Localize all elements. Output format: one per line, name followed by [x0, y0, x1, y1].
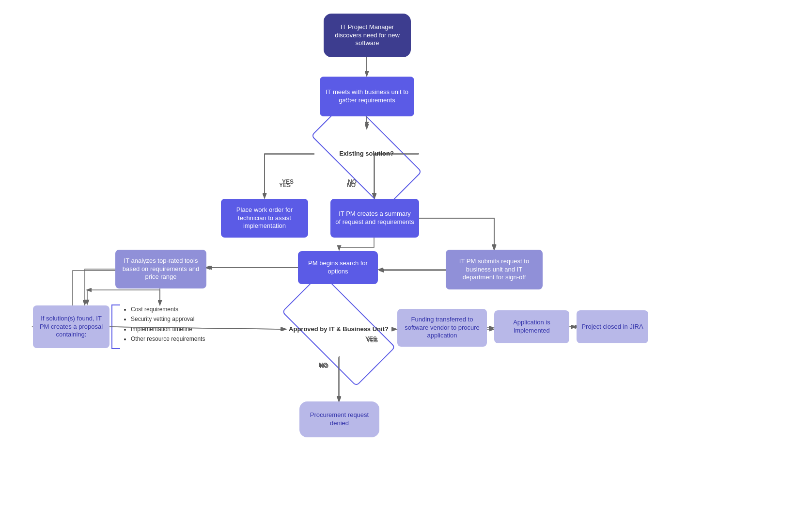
node-start: IT Project Manager discovers need for ne… — [324, 14, 411, 57]
node-funding: Funding transferred to software vendor t… — [397, 309, 487, 347]
node-work-order: Place work order for technician to assis… — [221, 199, 308, 238]
diamond-approved: Approved by IT & Business Unit? — [286, 302, 391, 357]
diamond-existing: Existing solution? — [314, 127, 419, 180]
node-implement: Application is implemented — [494, 310, 569, 343]
node-submit: IT PM submits request to business unit a… — [446, 250, 543, 289]
node-denied: Procurement request denied — [299, 401, 379, 437]
node-pm-search: PM begins search for options — [298, 251, 378, 284]
yes-label-d1: YES — [279, 182, 291, 189]
node-proposal: If solution(s) found, IT PM creates a pr… — [33, 305, 109, 348]
flowchart: YES NO YES NO IT Project Manager discove… — [0, 0, 812, 528]
node-summary: IT PM creates a summary of request and r… — [330, 199, 419, 238]
bracket — [111, 304, 120, 349]
no-label-d2: NO — [319, 362, 328, 368]
yes-label-d2: YES — [365, 336, 377, 342]
node-closed: Project closed in JIRA — [577, 310, 648, 343]
node-analyze: IT analyzes top-rated tools based on req… — [115, 250, 206, 288]
node-meet: IT meets with business unit to gather re… — [320, 77, 414, 116]
bracket-items: Cost requirements Security vetting appro… — [122, 304, 205, 344]
no-label-d1: NO — [347, 182, 356, 189]
